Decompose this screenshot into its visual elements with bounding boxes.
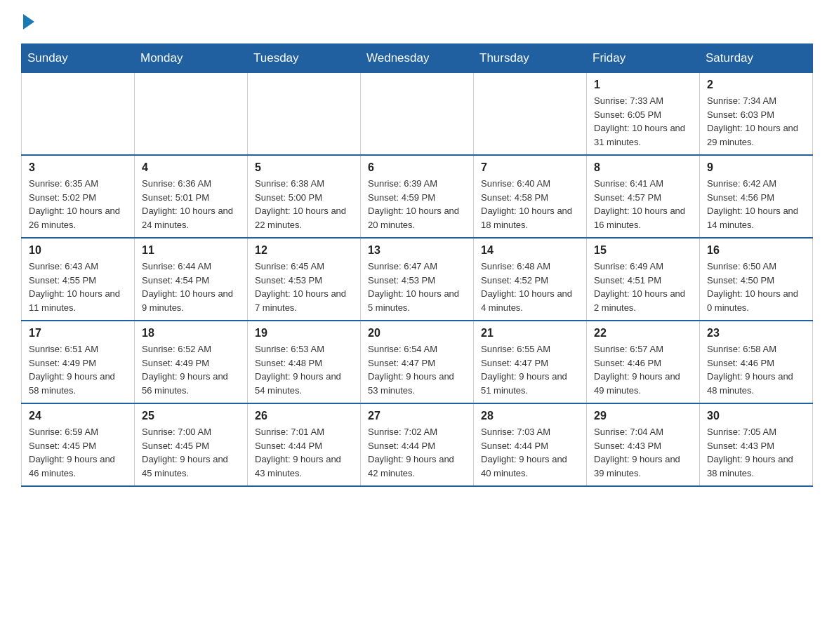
day-info: Sunrise: 6:39 AMSunset: 4:59 PMDaylight:…: [368, 177, 466, 232]
day-number: 28: [481, 410, 579, 422]
calendar-cell: 26Sunrise: 7:01 AMSunset: 4:44 PMDayligh…: [248, 403, 361, 486]
calendar-cell: 16Sunrise: 6:50 AMSunset: 4:50 PMDayligh…: [700, 238, 813, 321]
day-number: 19: [255, 327, 353, 340]
day-info: Sunrise: 6:50 AMSunset: 4:50 PMDaylight:…: [707, 260, 805, 314]
calendar-cell: 19Sunrise: 6:53 AMSunset: 4:48 PMDayligh…: [248, 321, 361, 403]
weekday-header-friday: Friday: [587, 44, 700, 73]
calendar-cell: 11Sunrise: 6:44 AMSunset: 4:54 PMDayligh…: [135, 238, 248, 321]
calendar-cell: 15Sunrise: 6:49 AMSunset: 4:51 PMDayligh…: [587, 238, 700, 321]
day-info: Sunrise: 6:40 AMSunset: 4:58 PMDaylight:…: [481, 177, 579, 232]
day-number: 21: [481, 327, 579, 340]
day-number: 23: [707, 327, 805, 340]
calendar-cell: 30Sunrise: 7:05 AMSunset: 4:43 PMDayligh…: [700, 403, 813, 486]
day-number: 29: [594, 410, 692, 422]
calendar-cell: 5Sunrise: 6:38 AMSunset: 5:00 PMDaylight…: [248, 155, 361, 238]
calendar-cell: 10Sunrise: 6:43 AMSunset: 4:55 PMDayligh…: [22, 238, 135, 321]
day-info: Sunrise: 7:03 AMSunset: 4:44 PMDaylight:…: [481, 425, 579, 480]
day-number: 5: [255, 161, 353, 174]
day-number: 25: [142, 410, 240, 422]
weekday-header-monday: Monday: [135, 44, 248, 73]
day-number: 9: [707, 161, 805, 174]
calendar-cell: [248, 73, 361, 156]
weekday-header-row: SundayMondayTuesdayWednesdayThursdayFrid…: [22, 44, 813, 73]
day-number: 2: [707, 79, 805, 91]
day-number: 3: [29, 161, 127, 174]
day-info: Sunrise: 6:57 AMSunset: 4:46 PMDaylight:…: [594, 342, 692, 397]
day-number: 8: [594, 161, 692, 174]
day-info: Sunrise: 6:59 AMSunset: 4:45 PMDaylight:…: [29, 425, 127, 480]
day-info: Sunrise: 6:54 AMSunset: 4:47 PMDaylight:…: [368, 342, 466, 397]
day-number: 6: [368, 161, 466, 174]
day-number: 13: [368, 244, 466, 257]
day-info: Sunrise: 6:38 AMSunset: 5:00 PMDaylight:…: [255, 177, 353, 232]
day-info: Sunrise: 7:34 AMSunset: 6:03 PMDaylight:…: [707, 94, 805, 149]
calendar-week-row: 1Sunrise: 7:33 AMSunset: 6:05 PMDaylight…: [22, 73, 813, 156]
day-number: 1: [594, 79, 692, 91]
calendar-cell: 25Sunrise: 7:00 AMSunset: 4:45 PMDayligh…: [135, 403, 248, 486]
calendar-cell: 27Sunrise: 7:02 AMSunset: 4:44 PMDayligh…: [361, 403, 474, 486]
day-number: 7: [481, 161, 579, 174]
calendar-cell: 21Sunrise: 6:55 AMSunset: 4:47 PMDayligh…: [474, 321, 587, 403]
calendar-cell: 28Sunrise: 7:03 AMSunset: 4:44 PMDayligh…: [474, 403, 587, 486]
day-number: 16: [707, 244, 805, 257]
calendar-cell: 8Sunrise: 6:41 AMSunset: 4:57 PMDaylight…: [587, 155, 700, 238]
day-number: 17: [29, 327, 127, 340]
day-info: Sunrise: 6:53 AMSunset: 4:48 PMDaylight:…: [255, 342, 353, 397]
calendar-cell: 20Sunrise: 6:54 AMSunset: 4:47 PMDayligh…: [361, 321, 474, 403]
calendar-cell: 3Sunrise: 6:35 AMSunset: 5:02 PMDaylight…: [22, 155, 135, 238]
calendar-cell: 4Sunrise: 6:36 AMSunset: 5:01 PMDaylight…: [135, 155, 248, 238]
day-info: Sunrise: 6:45 AMSunset: 4:53 PMDaylight:…: [255, 260, 353, 314]
day-number: 4: [142, 161, 240, 174]
calendar-cell: [361, 73, 474, 156]
calendar-cell: 22Sunrise: 6:57 AMSunset: 4:46 PMDayligh…: [587, 321, 700, 403]
day-info: Sunrise: 6:41 AMSunset: 4:57 PMDaylight:…: [594, 177, 692, 232]
day-info: Sunrise: 6:51 AMSunset: 4:49 PMDaylight:…: [29, 342, 127, 397]
day-number: 10: [29, 244, 127, 257]
calendar-week-row: 24Sunrise: 6:59 AMSunset: 4:45 PMDayligh…: [22, 403, 813, 486]
calendar-cell: [135, 73, 248, 156]
day-info: Sunrise: 6:48 AMSunset: 4:52 PMDaylight:…: [481, 260, 579, 314]
calendar-cell: 1Sunrise: 7:33 AMSunset: 6:05 PMDaylight…: [587, 73, 700, 156]
day-info: Sunrise: 6:52 AMSunset: 4:49 PMDaylight:…: [142, 342, 240, 397]
day-number: 14: [481, 244, 579, 257]
day-info: Sunrise: 6:36 AMSunset: 5:01 PMDaylight:…: [142, 177, 240, 232]
day-number: 20: [368, 327, 466, 340]
calendar-cell: 18Sunrise: 6:52 AMSunset: 4:49 PMDayligh…: [135, 321, 248, 403]
day-number: 22: [594, 327, 692, 340]
weekday-header-saturday: Saturday: [700, 44, 813, 73]
day-number: 11: [142, 244, 240, 257]
calendar-cell: 24Sunrise: 6:59 AMSunset: 4:45 PMDayligh…: [22, 403, 135, 486]
day-number: 12: [255, 244, 353, 257]
calendar-cell: [474, 73, 587, 156]
weekday-header-tuesday: Tuesday: [248, 44, 361, 73]
day-info: Sunrise: 6:47 AMSunset: 4:53 PMDaylight:…: [368, 260, 466, 314]
day-number: 18: [142, 327, 240, 340]
day-info: Sunrise: 6:58 AMSunset: 4:46 PMDaylight:…: [707, 342, 805, 397]
day-info: Sunrise: 7:02 AMSunset: 4:44 PMDaylight:…: [368, 425, 466, 480]
calendar-week-row: 3Sunrise: 6:35 AMSunset: 5:02 PMDaylight…: [22, 155, 813, 238]
calendar-week-row: 17Sunrise: 6:51 AMSunset: 4:49 PMDayligh…: [22, 321, 813, 403]
day-info: Sunrise: 6:44 AMSunset: 4:54 PMDaylight:…: [142, 260, 240, 314]
calendar-table: SundayMondayTuesdayWednesdayThursdayFrid…: [21, 43, 813, 487]
day-info: Sunrise: 7:04 AMSunset: 4:43 PMDaylight:…: [594, 425, 692, 480]
day-number: 30: [707, 410, 805, 422]
weekday-header-wednesday: Wednesday: [361, 44, 474, 73]
calendar-cell: 9Sunrise: 6:42 AMSunset: 4:56 PMDaylight…: [700, 155, 813, 238]
day-number: 26: [255, 410, 353, 422]
calendar-week-row: 10Sunrise: 6:43 AMSunset: 4:55 PMDayligh…: [22, 238, 813, 321]
day-number: 15: [594, 244, 692, 257]
calendar-cell: 2Sunrise: 7:34 AMSunset: 6:03 PMDaylight…: [700, 73, 813, 156]
day-info: Sunrise: 6:55 AMSunset: 4:47 PMDaylight:…: [481, 342, 579, 397]
day-number: 24: [29, 410, 127, 422]
calendar-cell: 7Sunrise: 6:40 AMSunset: 4:58 PMDaylight…: [474, 155, 587, 238]
day-info: Sunrise: 6:35 AMSunset: 5:02 PMDaylight:…: [29, 177, 127, 232]
day-info: Sunrise: 7:33 AMSunset: 6:05 PMDaylight:…: [594, 94, 692, 149]
calendar-cell: 17Sunrise: 6:51 AMSunset: 4:49 PMDayligh…: [22, 321, 135, 403]
day-info: Sunrise: 6:49 AMSunset: 4:51 PMDaylight:…: [594, 260, 692, 314]
page-header: [21, 14, 813, 29]
calendar-cell: 12Sunrise: 6:45 AMSunset: 4:53 PMDayligh…: [248, 238, 361, 321]
weekday-header-sunday: Sunday: [22, 44, 135, 73]
day-number: 27: [368, 410, 466, 422]
day-info: Sunrise: 7:01 AMSunset: 4:44 PMDaylight:…: [255, 425, 353, 480]
day-info: Sunrise: 6:43 AMSunset: 4:55 PMDaylight:…: [29, 260, 127, 314]
